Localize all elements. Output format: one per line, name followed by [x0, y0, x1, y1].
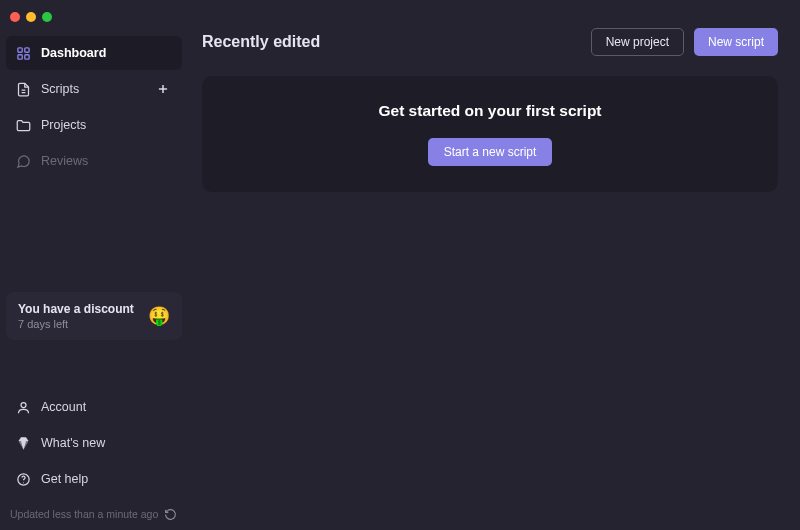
primary-nav: Dashboard Scripts Projects [0, 32, 188, 182]
sidebar-item-account[interactable]: Account [6, 390, 182, 424]
sidebar-item-label: Scripts [41, 82, 79, 96]
folder-icon [16, 118, 31, 133]
start-new-script-button[interactable]: Start a new script [428, 138, 553, 166]
sidebar-item-dashboard[interactable]: Dashboard [6, 36, 182, 70]
sidebar-item-reviews: Reviews [6, 144, 182, 178]
discount-title: You have a discount [18, 302, 134, 316]
svg-rect-3 [25, 54, 29, 58]
minimize-window-button[interactable] [26, 12, 36, 22]
sidebar-item-gethelp[interactable]: Get help [6, 462, 182, 496]
svg-point-8 [21, 402, 26, 407]
sidebar-item-whatsnew[interactable]: What's new [6, 426, 182, 460]
user-icon [16, 400, 31, 415]
add-script-button[interactable] [154, 80, 172, 98]
svg-point-10 [23, 482, 24, 483]
document-icon [16, 82, 31, 97]
refresh-button[interactable] [162, 506, 178, 522]
page-header: Recently edited New project New script [202, 28, 778, 56]
sidebar-item-label: What's new [41, 436, 105, 450]
empty-state-headline: Get started on your first script [378, 102, 601, 120]
sidebar-item-label: Get help [41, 472, 88, 486]
sidebar-item-projects[interactable]: Projects [6, 108, 182, 142]
window-controls [0, 6, 188, 32]
svg-rect-1 [25, 47, 29, 51]
chat-icon [16, 154, 31, 169]
maximize-window-button[interactable] [42, 12, 52, 22]
discount-banner[interactable]: You have a discount 7 days left 🤑 [6, 292, 182, 340]
new-project-button[interactable]: New project [591, 28, 684, 56]
sidebar: Dashboard Scripts Projects [0, 0, 188, 530]
main-content: Recently edited New project New script G… [188, 0, 800, 530]
close-window-button[interactable] [10, 12, 20, 22]
empty-state-card: Get started on your first script Start a… [202, 76, 778, 192]
new-script-button[interactable]: New script [694, 28, 778, 56]
sidebar-item-scripts[interactable]: Scripts [6, 72, 182, 106]
sidebar-item-label: Dashboard [41, 46, 106, 60]
page-title: Recently edited [202, 33, 320, 51]
discount-subtitle: 7 days left [18, 318, 134, 330]
status-text: Updated less than a minute ago [10, 508, 158, 520]
svg-rect-2 [18, 54, 22, 58]
sidebar-item-label: Reviews [41, 154, 88, 168]
status-bar: Updated less than a minute ago [0, 500, 188, 530]
sidebar-item-label: Projects [41, 118, 86, 132]
sidebar-item-label: Account [41, 400, 86, 414]
svg-rect-0 [18, 47, 22, 51]
diamond-icon [16, 436, 31, 451]
help-icon [16, 472, 31, 487]
header-actions: New project New script [591, 28, 778, 56]
grid-icon [16, 46, 31, 61]
secondary-nav: Account What's new Get help [0, 390, 188, 500]
money-face-icon: 🤑 [148, 305, 170, 327]
